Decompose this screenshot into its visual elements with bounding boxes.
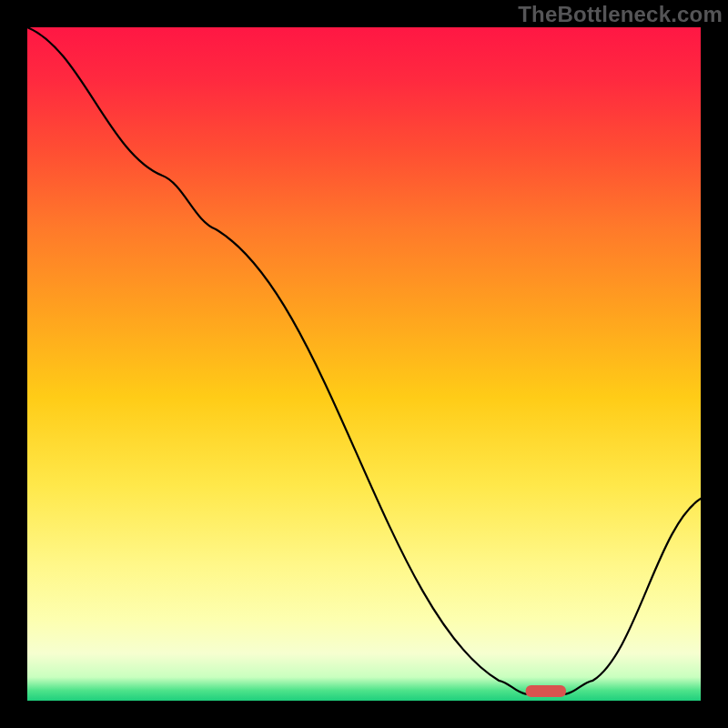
- gradient-background: [27, 27, 701, 701]
- bottleneck-chart: [0, 0, 728, 728]
- chart-frame: { "watermark": "TheBottleneck.com", "col…: [0, 0, 728, 728]
- watermark-text: TheBottleneck.com: [518, 2, 723, 27]
- optimal-marker: [526, 685, 566, 697]
